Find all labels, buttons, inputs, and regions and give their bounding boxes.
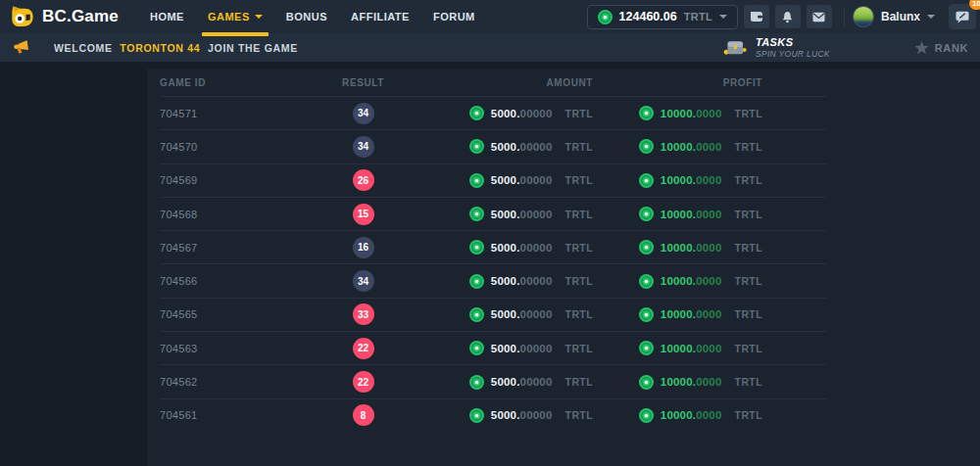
logo-text: BC.Game: [42, 7, 119, 26]
tasks-subtitle: SPIN YOUR LUCK: [756, 49, 830, 59]
amount-decimals: 00000: [520, 376, 553, 388]
profit-cell: 10000.0000 TRTL: [620, 139, 826, 154]
bell-icon: [781, 11, 794, 23]
amount-currency: TRTL: [565, 308, 593, 320]
profit-main: 10000.: [661, 343, 696, 354]
logo[interactable]: BC.Game: [10, 5, 119, 29]
rank-widget[interactable]: RANK: [914, 41, 968, 55]
amount-cell: 5000.00000 TRTL: [410, 173, 620, 188]
navbar-right: 124460.06 TRTL: [587, 4, 976, 29]
coin-icon: [639, 139, 654, 154]
amount-main: 5000.: [491, 209, 520, 220]
amount-currency: TRTL: [565, 209, 593, 220]
result-cell: 22: [317, 338, 410, 359]
profit-currency: TRTL: [735, 174, 762, 186]
amount-main: 5000.: [491, 409, 520, 421]
tasks-widget[interactable]: TASKS SPIN YOUR LUCK: [723, 37, 830, 59]
nav-item-forum[interactable]: FORUM: [433, 0, 475, 33]
table-row: 704568 15 5000.00000 TRTL: [160, 197, 826, 230]
coin-icon: [639, 173, 654, 188]
profit-currency: TRTL: [735, 376, 762, 388]
notifications-button[interactable]: [775, 5, 801, 28]
bets-table: GAME ID RESULT AMOUNT PROFIT 704571 34 5…: [160, 69, 826, 432]
nav-item-games[interactable]: GAMES: [208, 0, 263, 33]
amount-currency: TRTL: [565, 141, 593, 153]
profit-currency: TRTL: [735, 343, 762, 354]
profit-decimals: 0000: [696, 308, 721, 320]
amount-main: 5000.: [491, 308, 520, 320]
coin-icon: [469, 139, 484, 154]
nav-item-home[interactable]: HOME: [150, 0, 184, 33]
profit-cell: 10000.0000 TRTL: [620, 173, 826, 188]
balance-currency: TRTL: [684, 11, 712, 23]
nav-item-label: AFFILIATE: [351, 11, 410, 23]
game-id-cell: 704561: [160, 409, 317, 421]
coin-icon: [469, 375, 484, 390]
profit-decimals: 0000: [696, 376, 721, 388]
coin-icon: [639, 207, 654, 221]
game-id-cell: 704568: [160, 209, 317, 220]
chat-button[interactable]: 10: [949, 4, 976, 29]
coin-icon: [639, 274, 654, 289]
amount-main: 5000.: [491, 108, 520, 119]
coin-icon: [469, 341, 484, 355]
nav-item-label: GAMES: [208, 11, 250, 23]
bets-table-body: 704571 34 5000.00000 TRTL: [160, 96, 826, 432]
amount-currency: TRTL: [565, 242, 593, 254]
profit-cell: 10000.0000 TRTL: [620, 408, 826, 423]
profit-cell: 10000.0000 TRTL: [620, 106, 826, 120]
top-navbar: BC.Game HOME GAMES BONUS AFFILIATE FORUM…: [0, 0, 980, 33]
amount-decimals: 00000: [520, 308, 553, 320]
main-area: GAME ID RESULT AMOUNT PROFIT 704571 34 5…: [0, 62, 980, 466]
amount-main: 5000.: [491, 174, 520, 186]
wallet-button[interactable]: [744, 5, 769, 28]
amount-decimals: 00000: [520, 343, 553, 354]
messages-button[interactable]: [807, 5, 832, 28]
header-result: RESULT: [317, 77, 410, 88]
game-id: 704570: [160, 141, 198, 153]
main-nav: HOME GAMES BONUS AFFILIATE FORUM: [150, 0, 475, 33]
game-id-cell: 704567: [160, 242, 317, 254]
result-badge: 34: [353, 270, 374, 292]
coin-icon: [639, 307, 654, 322]
profit-currency: TRTL: [735, 409, 762, 421]
amount-currency: TRTL: [565, 409, 593, 421]
amount-decimals: 00000: [520, 141, 553, 153]
avatar: [853, 6, 874, 27]
chevron-down-icon: [255, 15, 263, 19]
game-id-cell: 704565: [160, 308, 317, 320]
result-badge: 15: [353, 204, 374, 225]
table-header: GAME ID RESULT AMOUNT PROFIT: [160, 69, 826, 96]
user-menu[interactable]: Balunx: [853, 6, 935, 27]
balance-selector[interactable]: 124460.06 TRTL: [587, 5, 738, 29]
welcome-highlight: TORONTON 44: [120, 42, 200, 54]
tasks-title: TASKS: [756, 37, 830, 48]
bcgame-logo-icon: [10, 5, 34, 29]
amount-main: 5000.: [491, 141, 520, 153]
profit-currency: TRTL: [735, 108, 762, 119]
amount-cell: 5000.00000 TRTL: [410, 207, 620, 221]
megaphone-icon: [11, 38, 31, 56]
chevron-down-icon: [927, 15, 935, 19]
table-row: 704566 34 5000.00000 TRTL: [160, 263, 826, 297]
header-profit: PROFIT: [620, 77, 826, 88]
table-row: 704567 16 5000.00000 TRTL: [160, 230, 826, 263]
amount-currency: TRTL: [565, 275, 593, 287]
profit-decimals: 0000: [696, 174, 721, 186]
coin-icon: [639, 106, 654, 120]
game-id: 704562: [160, 376, 198, 388]
coin-icon: [469, 207, 484, 221]
table-row: 704571 34 5000.00000 TRTL: [160, 96, 826, 129]
game-id: 704571: [160, 108, 198, 119]
nav-item-label: FORUM: [433, 11, 475, 23]
result-badge: 34: [353, 136, 374, 158]
profit-main: 10000.: [661, 308, 696, 320]
wallet-icon: [750, 11, 763, 23]
username: Balunx: [881, 10, 920, 23]
game-id: 704563: [160, 343, 198, 354]
amount-decimals: 00000: [520, 242, 553, 254]
nav-item-bonus[interactable]: BONUS: [286, 0, 327, 33]
divider: [844, 7, 845, 26]
profit-main: 10000.: [661, 376, 696, 388]
nav-item-affiliate[interactable]: AFFILIATE: [351, 0, 410, 33]
